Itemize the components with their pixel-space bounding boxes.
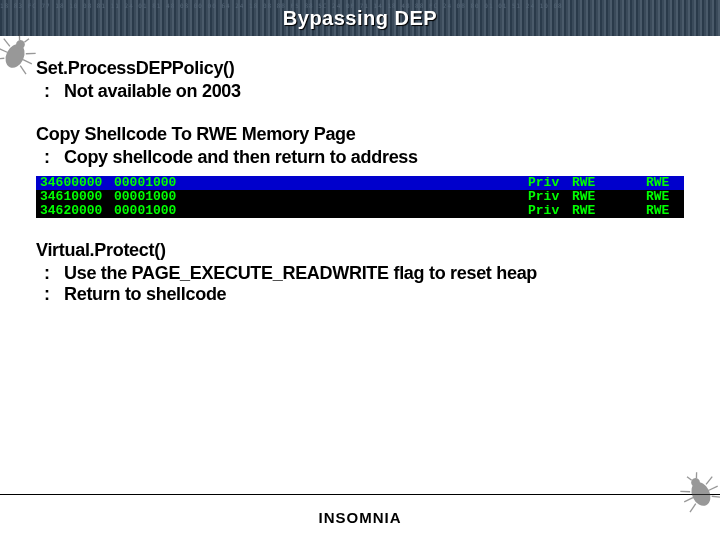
mem-value: 00001000 — [114, 190, 192, 204]
mem-perm: RWE — [572, 204, 606, 218]
footer-brand: INSOMNIA — [319, 509, 402, 526]
bullet-line: : Copy shellcode and then return to addr… — [44, 147, 684, 168]
svg-line-19 — [694, 472, 699, 478]
svg-line-15 — [704, 477, 714, 485]
memory-row: 34620000 00001000 Priv RWE RWE — [36, 204, 684, 218]
slide-content: Set.ProcessDEPPolicy() : Not available o… — [0, 36, 720, 305]
mem-perm: RWE — [572, 176, 606, 190]
section-title: Set.ProcessDEPPolicy() — [36, 58, 684, 79]
bullet-marker: : — [44, 81, 64, 102]
memory-row: 34610000 00001000 Priv RWE RWE — [36, 190, 684, 204]
mem-address: 34610000 — [36, 190, 114, 204]
svg-point-11 — [690, 477, 702, 489]
mem-perm: RWE — [572, 190, 606, 204]
bullet-line: : Not available on 2003 — [44, 81, 684, 102]
mem-perm2: RWE — [646, 190, 684, 204]
slide-header: Bypassing DEP — [0, 0, 720, 36]
section-copy-shellcode: Copy Shellcode To RWE Memory Page : Copy… — [36, 124, 684, 218]
mem-priv: Priv — [528, 204, 572, 218]
memory-row: 34600000 00001000 Priv RWE RWE — [36, 176, 684, 190]
bullet-line: : Return to shellcode — [44, 284, 684, 305]
section-title: Copy Shellcode To RWE Memory Page — [36, 124, 684, 145]
svg-line-16 — [709, 486, 718, 490]
section-virtualprotect: Virtual.Protect() : Use the PAGE_EXECUTE… — [36, 240, 684, 305]
section-title: Virtual.Protect() — [36, 240, 684, 261]
bullet-text: Copy shellcode and then return to addres… — [64, 147, 418, 168]
bullet-marker: : — [44, 147, 64, 168]
slide-footer: INSOMNIA — [0, 494, 720, 540]
bullet-line: : Use the PAGE_EXECUTE_READWRITE flag to… — [44, 263, 684, 284]
mem-priv: Priv — [528, 190, 572, 204]
bullet-marker: : — [44, 263, 64, 284]
memory-table: 34600000 00001000 Priv RWE RWE 34610000 … — [36, 176, 684, 218]
mem-address: 34600000 — [36, 176, 114, 190]
mem-value: 00001000 — [114, 176, 192, 190]
mem-perm2: RWE — [646, 176, 684, 190]
bullet-marker: : — [44, 284, 64, 305]
svg-line-18 — [687, 476, 692, 482]
bullet-text: Not available on 2003 — [64, 81, 241, 102]
bullet-text: Use the PAGE_EXECUTE_READWRITE flag to r… — [64, 263, 537, 284]
mem-address: 34620000 — [36, 204, 114, 218]
slide-title: Bypassing DEP — [283, 7, 437, 30]
section-setprocessdeppolicy: Set.ProcessDEPPolicy() : Not available o… — [36, 58, 684, 102]
bullet-text: Return to shellcode — [64, 284, 226, 305]
mem-perm2: RWE — [646, 204, 684, 218]
mem-priv: Priv — [528, 176, 572, 190]
mem-value: 00001000 — [114, 204, 192, 218]
